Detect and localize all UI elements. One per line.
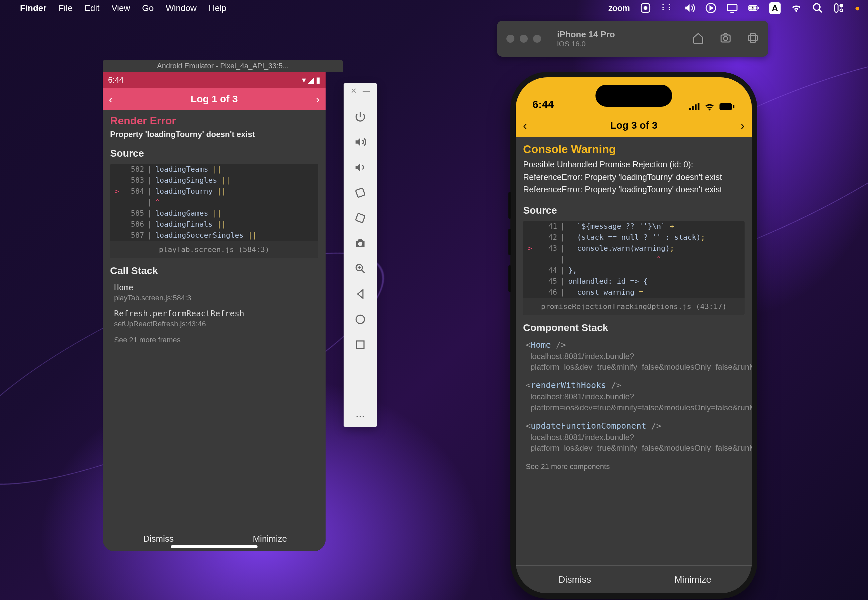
call-stack-item[interactable]: Refresh.performReactRefreshsetUpReactRef… [103,307,325,333]
source-line: 46| const warning = [523,287,745,298]
help-menu[interactable]: Help [208,3,226,13]
power-icon[interactable] [354,110,367,123]
next-log-button[interactable]: › [316,92,319,106]
view-menu[interactable]: View [111,3,130,13]
log-counter: Log 1 of 3 [190,93,238,105]
source-code-block: 41| `${message ?? ''}\n` + 42| (stack ==… [523,221,745,315]
svg-rect-12 [356,213,365,223]
component-stack-item[interactable]: <updateFunctionComponent />localhost:808… [516,419,752,460]
component-stack-item[interactable]: <renderWithHooks />localhost:8081/index.… [516,378,752,419]
window-menu[interactable]: Window [166,3,196,13]
traffic-lights[interactable] [506,35,541,42]
wifi-icon[interactable] [790,2,802,14]
error-message: Property 'loadingTourny' doesn't exist [110,130,318,139]
simulator-titlebar[interactable]: iPhone 14 Pro iOS 16.0 [497,21,768,57]
svg-point-18 [724,37,728,41]
see-more-components[interactable]: See 21 more components [516,460,752,471]
zoom-status-icon[interactable]: zoom [608,3,630,13]
os-version: iOS 16.0 [557,40,615,48]
svg-rect-25 [719,103,732,110]
home-icon[interactable] [354,313,367,326]
camera-icon[interactable] [354,237,367,250]
svg-rect-16 [357,341,364,348]
minimize-icon[interactable]: — [363,87,370,95]
keyboard-input-icon[interactable]: A [769,2,781,14]
display-icon[interactable] [727,2,738,14]
svg-rect-19 [751,34,756,42]
app-menu[interactable]: Finder [20,3,46,13]
prev-log-button[interactable]: ‹ [523,119,527,132]
log-counter: Log 3 of 3 [610,120,658,131]
ios-clock: 6:44 [532,98,554,111]
source-line: 585| loadingGames || [110,208,318,219]
source-line: 44| }, [523,265,745,276]
rotate-icon[interactable] [747,32,759,45]
now-playing-icon[interactable] [705,2,716,14]
warning-title: Console Warning [523,142,745,156]
app-status-icon[interactable] [640,2,651,14]
volume-down-icon[interactable] [354,161,367,174]
close-icon[interactable]: ✕ [351,87,357,95]
edit-menu[interactable]: Edit [84,3,99,13]
rotate-right-icon[interactable] [354,211,367,225]
zoom-icon[interactable] [354,262,367,275]
battery-icon[interactable] [748,2,759,14]
volume-up-icon[interactable] [354,135,367,148]
android-emulator-window: Android Emulator - Pixel_4a_API_33:5... … [103,60,343,552]
overview-icon[interactable] [354,338,367,352]
emulator-titlebar[interactable]: Android Emulator - Pixel_4a_API_33:5... [103,60,343,72]
source-line: 583| loadingSingles || [110,175,318,186]
svg-point-13 [358,242,363,246]
device-name: iPhone 14 Pro [557,29,615,40]
file-menu[interactable]: File [58,3,72,13]
see-more-frames[interactable]: See 21 more frames [103,333,325,344]
rotate-left-icon[interactable] [354,186,367,199]
svg-rect-23 [695,105,696,110]
iphone-screen: 6:44 ‹ Log 3 of 3 › Console Warning Poss… [516,77,752,593]
control-center-icon[interactable] [833,2,845,14]
svg-point-7 [813,4,820,10]
back-icon[interactable] [354,287,367,301]
battery-icon: ▮ [316,75,320,85]
warning-message: Possible Unhandled Promise Rejection (id… [523,158,745,196]
source-heading: Source [103,141,325,164]
svg-point-9 [840,5,843,8]
emulator-toolbar: ✕ — ⋯ [344,83,377,427]
home-button-icon[interactable] [692,32,704,45]
source-line: 42| (stack == null ? '' : stack); [523,232,745,242]
source-line: 587| loadingSoccerSingles || [110,230,318,241]
iphone-device-frame: 6:44 ‹ Log 3 of 3 › Console Warning Poss… [511,72,757,598]
next-log-button[interactable]: › [741,119,745,132]
call-stack-heading: Call Stack [103,258,325,281]
source-line: >584| loadingTourny || [110,186,318,197]
component-stack-item[interactable]: <Home />localhost:8081/index.bundle?plat… [516,338,752,379]
go-menu[interactable]: Go [142,3,154,13]
svg-rect-3 [727,5,737,11]
screenshot-icon[interactable] [719,32,731,45]
signal-icon: ◢ [308,75,314,85]
close-dot[interactable] [506,35,514,42]
minimize-button[interactable]: Minimize [634,566,752,593]
android-nav-bar[interactable] [171,545,257,548]
volume-icon[interactable] [684,2,695,14]
call-stack-item[interactable]: HomeplayTab.screen.js:584:3 [103,281,325,307]
more-icon[interactable]: ⋯ [354,409,367,423]
source-line: | ^ [523,254,745,265]
svg-rect-22 [692,106,694,110]
svg-rect-20 [749,36,758,41]
zoom-dot[interactable] [533,35,541,42]
error-title: Render Error [110,115,318,127]
dismiss-button[interactable]: Dismiss [516,566,634,593]
dots-status-icon[interactable]: ⠇⠇ [661,3,674,13]
svg-point-15 [356,315,364,323]
notification-dot-icon[interactable]: ● [855,3,860,13]
svg-rect-26 [733,105,734,108]
android-clock: 6:44 [108,75,124,85]
prev-log-button[interactable]: ‹ [109,92,112,106]
source-footer: promiseRejectionTrackingOptions.js (43:1… [523,298,745,315]
macos-menubar: Finder File Edit View Go Window Help zoo… [0,0,868,16]
spotlight-icon[interactable] [812,2,823,14]
source-line: 45| onHandled: id => { [523,276,745,287]
minimize-dot[interactable] [520,35,528,42]
svg-rect-24 [698,103,699,110]
